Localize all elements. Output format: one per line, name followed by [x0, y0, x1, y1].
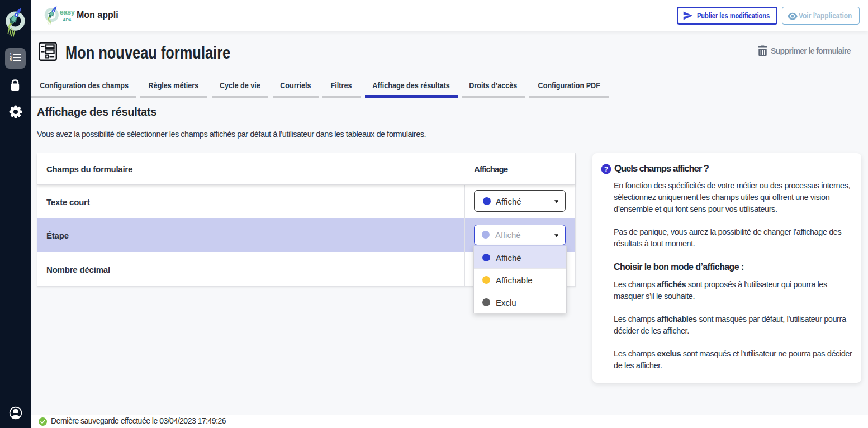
svg-text:3: 3 [10, 59, 12, 62]
svg-text:easy: easy [60, 8, 75, 16]
svg-text:AP4: AP4 [63, 17, 72, 22]
svg-text:?: ? [604, 165, 609, 173]
